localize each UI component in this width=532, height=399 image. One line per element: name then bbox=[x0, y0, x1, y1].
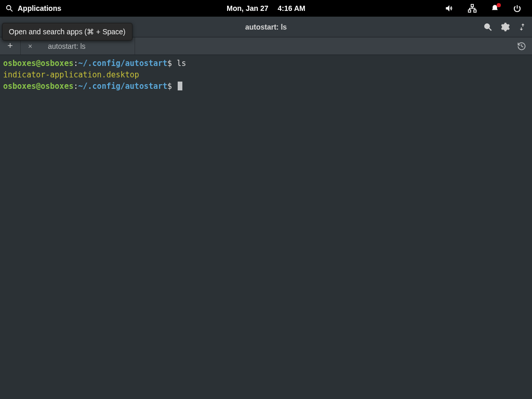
search-icon[interactable] bbox=[5, 4, 14, 12]
notification-bell-icon[interactable] bbox=[490, 4, 499, 13]
tab-history-button[interactable] bbox=[511, 37, 532, 55]
svg-rect-4 bbox=[474, 10, 476, 12]
power-icon[interactable] bbox=[513, 4, 522, 13]
volume-icon[interactable] bbox=[445, 4, 454, 13]
prompt-sigil: $ bbox=[167, 59, 172, 68]
svg-line-1 bbox=[10, 9, 12, 11]
search-in-terminal-icon[interactable] bbox=[483, 22, 493, 32]
svg-rect-3 bbox=[469, 10, 471, 12]
terminal-cursor bbox=[178, 82, 182, 90]
svg-rect-2 bbox=[471, 5, 474, 7]
date-label: Mon, Jan 27 bbox=[227, 4, 268, 12]
prompt-path: ~/.config/autostart bbox=[78, 82, 168, 91]
svg-point-0 bbox=[7, 6, 11, 10]
restore-window-icon[interactable] bbox=[517, 22, 527, 32]
tab-label: autostart: ls bbox=[48, 42, 85, 50]
close-tab-icon[interactable]: × bbox=[28, 42, 32, 50]
notification-badge bbox=[497, 3, 501, 7]
prompt-user: osboxes@osboxes bbox=[3, 82, 73, 91]
terminal-body[interactable]: osboxes@osboxes:~/.config/autostart$ ls … bbox=[0, 55, 532, 399]
time-label: 4:16 AM bbox=[277, 4, 305, 12]
prompt-sigil: $ bbox=[167, 82, 172, 91]
svg-point-5 bbox=[485, 24, 489, 29]
titlebar-controls bbox=[483, 22, 532, 32]
terminal-output-line: indicator-application.desktop bbox=[3, 70, 139, 79]
applications-menu[interactable]: Applications bbox=[18, 4, 61, 12]
prompt-path: ~/.config/autostart bbox=[78, 59, 168, 68]
topbar-clock[interactable]: Mon, Jan 27 4:16 AM bbox=[227, 4, 305, 12]
system-topbar: Applications Mon, Jan 27 4:16 AM bbox=[0, 0, 532, 17]
prompt-sep: : bbox=[73, 59, 78, 68]
svg-line-6 bbox=[489, 28, 491, 31]
command-text: ls bbox=[177, 59, 186, 68]
topbar-left: Applications bbox=[5, 4, 445, 12]
topbar-status-area bbox=[445, 4, 527, 13]
settings-gear-icon[interactable] bbox=[500, 22, 510, 32]
network-icon[interactable] bbox=[468, 4, 477, 13]
applications-tooltip: Open and search apps (⌘ + Space) bbox=[2, 23, 132, 41]
window-title: autostart: ls bbox=[245, 23, 287, 31]
prompt-user: osboxes@osboxes bbox=[3, 59, 73, 68]
prompt-sep: : bbox=[73, 82, 78, 91]
terminal-window: × autostart: ls + × autostart: ls osboxe… bbox=[0, 17, 532, 399]
